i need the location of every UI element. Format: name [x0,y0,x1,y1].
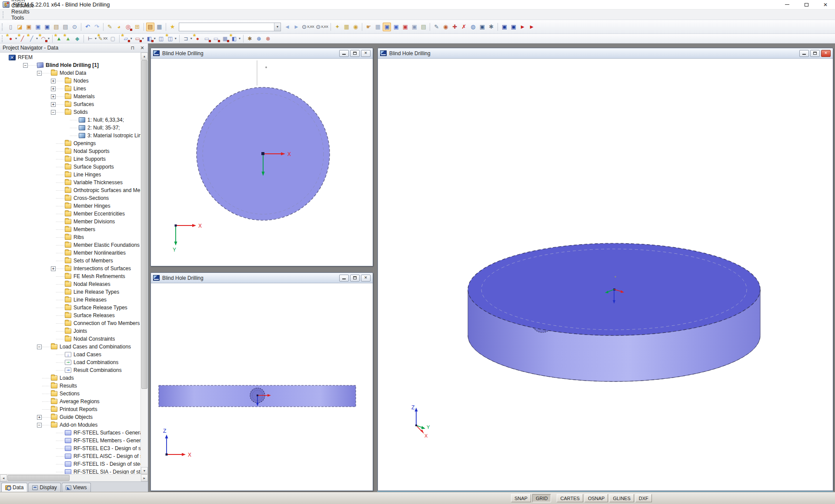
tree-item[interactable]: Surface Release Types [0,304,140,312]
child-minimize-button[interactable] [799,50,809,57]
show-tables-icon[interactable]: ▤ [146,23,154,31]
viewport-top-view[interactable]: X X Y [151,59,373,266]
new-nodal-support-icon[interactable]: ▲★ [55,35,63,43]
tree-item[interactable]: Connection of Two Members [0,319,140,327]
tree-item[interactable]: Openings [0,139,140,147]
new-block-star-icon[interactable]: ◫★ [166,35,174,43]
tree-item[interactable]: Members [0,225,140,233]
tab-views[interactable]: Views [62,483,91,492]
compass-icon[interactable]: ◉ [441,23,450,31]
draw-pencil-icon[interactable]: ✎ [432,23,441,31]
new-surface-support-icon[interactable]: ◆ [73,35,81,43]
scroll-up-icon[interactable]: ▲ [141,53,148,60]
close-panel-icon[interactable]: ✕ [139,45,145,51]
new-polyline-icon[interactable]: ◠★ [39,35,47,43]
group-objects-icon[interactable]: ▣ [410,23,418,31]
tree-item[interactable]: RF-STEEL IS - Design of steel members ac… [0,460,140,468]
print-icon[interactable]: ▤ [61,23,70,31]
extrude-solid-icon[interactable]: ◧★ [230,35,238,43]
new-node-icon[interactable]: ●★ [7,35,15,43]
status-toggle-grid[interactable]: GRID [532,494,551,502]
status-toggle-osnap[interactable]: OSNAP [584,494,608,502]
tree-item[interactable]: Ribs [0,233,140,241]
redo-icon[interactable]: ↷ [93,23,101,31]
status-toggle-dxf[interactable]: DXF [635,494,652,502]
child-maximize-button[interactable] [810,50,820,57]
view-window-top[interactable]: Blind Hole Drilling ✕ X [150,48,373,266]
tree-expander-icon[interactable]: − [37,423,42,428]
child-close-button[interactable]: ✕ [821,50,831,57]
new-opening-icon[interactable]: ▭ [134,35,142,43]
visual-object-icon[interactable]: ✱ [246,35,254,43]
minimize-button[interactable] [778,0,797,9]
tree-item[interactable]: Sets of Members [0,257,140,265]
status-toggle-snap[interactable]: SNAP [511,494,531,502]
edit-generator-icon[interactable]: ◕ [115,23,123,31]
tree-expander-icon[interactable]: − [37,345,42,349]
tree-item[interactable]: Line Release Types [0,288,140,296]
cost-estimation-icon[interactable]: ▦ [342,23,351,31]
tree-item[interactable]: +Guide Objects [0,413,140,421]
new-value-label-icon[interactable]: ✎★XX [98,35,108,43]
child-title-bar[interactable]: Blind Hole Drilling ✕ [151,48,373,59]
tree-item[interactable]: −Blind Hole Drilling [1] [0,61,140,69]
view-window-front[interactable]: Blind Hole Drilling ✕ [150,272,373,491]
tree-item[interactable]: +Surfaces [0,100,140,108]
pan-hand-icon[interactable]: ☛ [364,23,373,31]
tree-item[interactable]: Load Cases [0,351,140,358]
tree-expander-icon[interactable]: + [51,79,56,83]
tree-item[interactable]: Orthotropic Surfaces and Membranes [0,186,140,194]
new-member-icon[interactable]: ╱★ [27,35,36,43]
display-dimensions-icon[interactable]: ⊙X,XX [315,23,328,31]
viewport-front-view[interactable]: Z X [151,283,373,491]
open-folder-icon[interactable]: ◪ [16,23,24,31]
tree-item[interactable]: Line Supports [0,155,140,163]
tree-item[interactable]: RF-STEEL EC3 - Design of steel members a… [0,444,140,452]
tree-item[interactable]: −Model Data [0,69,140,77]
viewport-isometric-view[interactable]: Z Y X [378,59,833,491]
tree-item[interactable]: RF-STEEL Surfaces - General stress analy… [0,429,140,437]
new-solid-icon[interactable]: ◧ [145,35,154,43]
scroll-right-icon[interactable]: ► [141,474,148,481]
new-window-icon[interactable]: ⊞ [133,23,141,31]
new-polyline-menu-icon[interactable]: ▾ [48,36,50,40]
selection-marquee-icon[interactable]: ▢ [109,35,117,43]
tab-data[interactable]: Data [1,483,27,492]
new-member-menu-icon[interactable]: ▾ [36,36,38,40]
tree-item[interactable]: +Nodes [0,77,140,85]
globe-settings-icon[interactable]: ◍ [469,23,477,31]
tree-item[interactable]: Results [0,382,140,390]
tree-item[interactable]: Member Divisions [0,218,140,225]
clipboard-icon[interactable]: ▤ [52,23,60,31]
edit-frame-3-icon[interactable]: ▦ [221,35,229,43]
child-maximize-button[interactable] [350,275,360,282]
child-minimize-button[interactable] [339,275,349,282]
tree-expander-icon[interactable]: − [51,110,56,115]
print-pdf-icon[interactable]: ► [528,23,536,31]
tree-item[interactable]: RFEM [0,53,140,61]
new-block-menu-icon[interactable]: ▾ [175,36,177,40]
print-preview-icon[interactable]: ⊙ [70,23,79,31]
menu-results[interactable]: Results [7,9,55,15]
tree-expander-icon[interactable]: − [37,71,42,76]
select-special-icon[interactable]: ▣ [401,23,409,31]
maximize-button[interactable] [797,0,816,9]
keys-icon[interactable]: ✦ [333,23,341,31]
scroll-thumb[interactable] [7,475,70,481]
toolbar-grip[interactable] [2,35,3,42]
select-solid-mode-icon[interactable]: ▣ [383,23,391,31]
object-list-icon[interactable]: ▤ [419,23,428,31]
scroll-down-icon[interactable]: ▼ [141,467,148,474]
new-block-icon[interactable]: ◫ [157,35,165,43]
new-file-icon[interactable]: ▯ [7,23,15,31]
coins-icon[interactable]: ◉ [351,23,360,31]
undo-icon[interactable]: ↶ [84,23,92,31]
toolbar-grip[interactable] [2,23,3,30]
new-dimension-menu-icon[interactable]: ▾ [95,36,97,40]
child-title-bar[interactable]: Blind Hole Drilling ✕ [151,273,373,283]
tree-item[interactable]: RF-STEEL Members - General stress analys… [0,437,140,444]
child-title-bar[interactable]: Blind Hole Drilling ✕ [378,48,833,59]
edit-frame-2-icon[interactable]: ▭ [212,35,220,43]
tree-item[interactable]: 2: Null; 35-37; [0,124,140,132]
status-toggle-glines[interactable]: GLINES [609,494,634,502]
